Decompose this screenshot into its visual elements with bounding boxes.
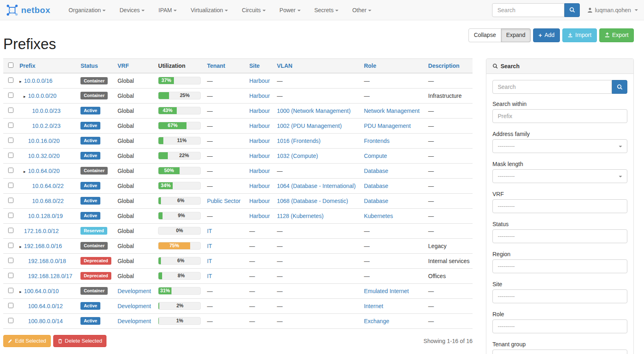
prefix-link[interactable]: 10.0.68.0/22 (32, 198, 64, 204)
select-all-checkbox[interactable] (8, 63, 13, 68)
tenant-link[interactable]: IT (207, 228, 212, 234)
prefix-link[interactable]: 100.64.0.0/10 (24, 288, 59, 294)
nav-item-devices[interactable]: Devices (113, 1, 152, 19)
prefix-link[interactable]: 172.16.0.0/12 (24, 228, 59, 234)
vlan-link[interactable]: 1032 (Compute) (277, 153, 318, 159)
site-link[interactable]: Harbour (249, 168, 270, 174)
filter-select-tenant-group[interactable]: --------- (492, 350, 627, 354)
collapse-button[interactable]: Collapse (468, 28, 501, 42)
row-checkbox[interactable] (8, 303, 13, 308)
prefix-link[interactable]: 10.0.0.0/16 (24, 78, 52, 84)
filter-select-vrf[interactable]: --------- (492, 199, 627, 213)
row-checkbox[interactable] (8, 138, 13, 143)
site-link[interactable]: Harbour (249, 198, 270, 204)
tenant-link[interactable]: Public Sector (207, 198, 240, 204)
tenant-link[interactable]: IT (207, 273, 212, 279)
prefix-link[interactable]: 192.168.128.0/17 (28, 273, 72, 279)
nav-item-ipam[interactable]: IPAM (152, 1, 184, 19)
prefix-link[interactable]: 10.0.128.0/19 (28, 213, 63, 219)
site-link[interactable]: Harbour (249, 108, 270, 114)
role-link[interactable]: Compute (364, 153, 387, 159)
vlan-link[interactable]: 1128 (Kubernetes) (277, 213, 324, 219)
prefix-link[interactable]: 192.168.0.0/16 (24, 243, 62, 249)
prefix-link[interactable]: 10.0.2.0/23 (32, 123, 61, 129)
row-checkbox[interactable] (8, 213, 13, 218)
site-link[interactable]: Harbour (249, 183, 270, 189)
navbar-search-button[interactable] (564, 3, 580, 17)
vrf-link[interactable]: Development (117, 318, 151, 324)
row-checkbox[interactable] (8, 108, 13, 113)
row-checkbox[interactable] (8, 228, 13, 233)
role-link[interactable]: Internet (364, 303, 383, 309)
filter-select-site[interactable]: --------- (492, 289, 627, 303)
filter-select-address-family[interactable]: --------- (492, 139, 627, 153)
expand-button[interactable]: Expand (501, 28, 531, 42)
role-link[interactable]: Database (364, 183, 388, 189)
column-header-prefix[interactable]: Prefix (16, 59, 77, 73)
user-menu[interactable]: luqman.qohen (587, 7, 638, 13)
nav-item-circuits[interactable]: Circuits (235, 1, 273, 19)
column-header-site[interactable]: Site (246, 59, 273, 73)
nav-item-secrets[interactable]: Secrets (308, 1, 345, 19)
site-link[interactable]: Harbour (249, 138, 270, 144)
tenant-link[interactable]: IT (207, 258, 212, 264)
row-checkbox[interactable] (8, 168, 13, 173)
vlan-link[interactable]: 1000 (Network Management) (277, 108, 351, 114)
tenant-link[interactable]: IT (207, 243, 212, 249)
role-link[interactable]: Emulated Internet (364, 288, 409, 294)
row-checkbox[interactable] (8, 183, 13, 188)
column-header-status[interactable]: Status (77, 59, 114, 73)
column-header-vrf[interactable]: VRF (114, 59, 155, 73)
prefix-link[interactable]: 10.0.16.0/20 (28, 138, 60, 144)
row-checkbox[interactable] (8, 78, 13, 83)
vlan-link[interactable]: 1016 (Frontends) (277, 138, 321, 144)
navbar-search-input[interactable] (492, 3, 564, 17)
site-link[interactable]: Harbour (249, 153, 270, 159)
column-header-vlan[interactable]: VLAN (274, 59, 361, 73)
prefix-link[interactable]: 10.0.64.0/20 (28, 168, 60, 174)
nav-item-organization[interactable]: Organization (62, 1, 113, 19)
edit-selected-button[interactable]: Edit Selected (3, 335, 51, 347)
vlan-link[interactable]: 1068 (Database - Domestic) (277, 198, 348, 204)
filter-select-status[interactable]: --------- (492, 229, 627, 243)
role-link[interactable]: Exchange (364, 318, 389, 324)
vlan-link[interactable]: 1002 (PDU Management) (277, 123, 342, 129)
row-checkbox[interactable] (8, 123, 13, 128)
site-link[interactable]: Harbour (249, 78, 270, 84)
nav-item-virtualization[interactable]: Virtualization (184, 1, 235, 19)
vrf-link[interactable]: Development (117, 303, 151, 309)
column-header-role[interactable]: Role (361, 59, 425, 73)
site-link[interactable]: Harbour (249, 123, 270, 129)
role-link[interactable]: Database (364, 168, 388, 174)
row-checkbox[interactable] (8, 198, 13, 203)
export-button[interactable]: Export (599, 28, 634, 42)
row-checkbox[interactable] (8, 258, 13, 263)
prefix-link[interactable]: 100.64.0.0/12 (28, 303, 63, 309)
row-checkbox[interactable] (8, 243, 13, 248)
column-header-description[interactable]: Description (425, 59, 473, 73)
filter-select-region[interactable]: --------- (492, 259, 627, 273)
role-link[interactable]: Network Management (364, 108, 420, 114)
prefix-link[interactable]: 10.0.0.0/20 (28, 93, 56, 99)
filter-input-search-within[interactable] (492, 109, 627, 123)
role-link[interactable]: Kubernetes (364, 213, 393, 219)
site-link[interactable]: Harbour (249, 213, 270, 219)
row-checkbox[interactable] (8, 93, 13, 98)
row-checkbox[interactable] (8, 273, 13, 278)
role-link[interactable]: Database (364, 198, 388, 204)
prefix-link[interactable]: 10.0.64.0/22 (32, 183, 64, 189)
filter-select-mask-length[interactable]: --------- (492, 169, 627, 183)
prefix-link[interactable]: 10.0.32.0/20 (28, 153, 60, 159)
row-checkbox[interactable] (8, 153, 13, 158)
nav-item-power[interactable]: Power (273, 1, 308, 19)
row-checkbox[interactable] (8, 318, 13, 323)
prefix-link[interactable]: 192.168.0.0/18 (28, 258, 66, 264)
filter-search-input[interactable] (492, 80, 612, 94)
role-link[interactable]: PDU Management (364, 123, 411, 129)
prefix-link[interactable]: 10.0.0.0/23 (32, 108, 61, 114)
filter-search-button[interactable] (612, 80, 627, 94)
nav-item-other[interactable]: Other (345, 1, 378, 19)
vlan-link[interactable]: 1064 (Database - International) (277, 183, 356, 189)
row-checkbox[interactable] (8, 288, 13, 293)
filter-select-role[interactable]: --------- (492, 319, 627, 333)
